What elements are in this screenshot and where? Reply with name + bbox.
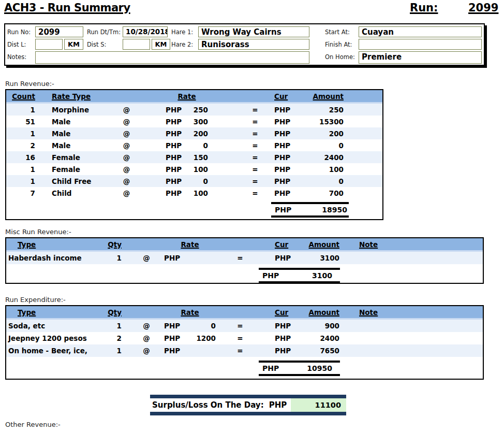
dist-l-field[interactable] [35,39,63,50]
cell-at: @ [117,141,136,150]
cell-rate-cur: PHP [166,189,190,197]
dist-s-unit: KM [152,39,170,50]
run-revenue-section-label: Run Revenue:- [5,80,54,88]
cell-eq: = [232,347,248,355]
run-dttm-label: Run Dt/Tm: [87,28,121,36]
cell-rate-cur: PHP [166,106,190,114]
cell-eq: = [247,165,263,174]
hare1-label: Hare 1: [171,28,193,36]
start-at-field[interactable]: Cuayan [359,26,482,37]
run-revenue-total: PHP 18950 [271,202,349,218]
total-cur: PHP [275,206,291,214]
run-no-field[interactable]: 2099 [35,26,83,37]
cell-amount: 250 [297,106,344,114]
cell-cur: PHP [274,141,297,150]
cell-rate-cur: PHP [164,334,190,342]
col-header-rate-type: Rate Type [52,92,117,100]
table-row[interactable]: Jeepney 1200 pesos 2 @ PHP 1200 = PHP 24… [6,332,483,344]
table-row[interactable]: 1 Morphine @ PHP 250 = PHP 250 [6,104,382,116]
col-header-rate: Rate [166,92,208,100]
cell-at: @ [117,153,136,162]
surplus-amount: 11100 [291,398,346,412]
table-row[interactable]: 51 Male @ PHP 300 = PHP 15300 [6,116,382,127]
expenditure-total: PHP 10950 [259,361,340,376]
cell-at: @ [117,177,136,185]
col-header-cur: Cur [275,308,298,316]
col-header-rate: Rate [164,240,216,249]
cell-qty: 2 [94,334,122,342]
col-header-amount: Amount [298,308,339,316]
hare2-label: Hare 2: [171,41,193,48]
cell-qty: 1 [94,322,122,330]
hare2-field[interactable]: Runisorass [198,39,309,50]
total-amount: 18950 [322,206,347,214]
cell-cur: PHP [274,129,297,138]
other-revenue-section-label: Other Revenue:- [5,421,61,428]
notes-field[interactable] [35,51,309,64]
expenditure-section-label: Run Expenditure:- [5,296,66,304]
total-cur: PHP [262,271,279,280]
cell-amount: 0 [297,177,344,185]
run-dttm-field[interactable]: 10/28/2018 [123,26,168,37]
cell-rate-cur: PHP [164,322,190,330]
on-home-label: On Home: [325,53,355,61]
table-row[interactable]: 2 Male @ PHP 0 = PHP 0 [6,139,382,151]
cell-qty: 1 [94,254,122,262]
total-cur: PHP [262,364,279,372]
cell-amount: 15300 [297,118,344,126]
run-header-box: Run No: 2099 Run Dt/Tm: 10/28/2018 Hare … [4,23,485,66]
run-revenue-header-row: Count Rate Type Rate Cur Amount [6,90,382,104]
cell-count: 2 [6,141,35,150]
cell-at: @ [134,347,159,355]
surplus-bar: Surplus/Loss On The Day: PHP 11100 [150,395,346,415]
cell-cur: PHP [275,347,298,355]
cell-type: Jeepney 1200 pesos [6,334,94,342]
col-header-cur: Cur [274,92,297,100]
cell-at: @ [134,322,159,330]
cell-rate: 0 [190,177,208,185]
col-header-note: Note [359,308,483,316]
finish-at-label: Finish At: [325,41,352,48]
notes-label: Notes: [7,53,26,61]
cell-type: On home - Beer, ice, [6,347,94,355]
table-row[interactable]: Soda, etc 1 @ PHP 0 = PHP 900 [6,320,483,332]
dist-s-label: Dist S: [87,41,106,48]
cell-rate-type: Female [52,165,117,174]
table-row[interactable]: Haberdash income 1 @ PHP = PHP 3100 [6,252,483,264]
table-row[interactable]: 7 Child @ PHP 100 = PHP 700 [6,187,382,199]
table-row[interactable]: On home - Beer, ice, 1 @ PHP = PHP 7650 [6,344,483,357]
run-revenue-table: Count Rate Type Rate Cur Amount 1 Morphi… [5,89,383,220]
finish-at-field[interactable] [359,39,482,50]
table-row[interactable]: 1 Female @ PHP 100 = PHP 100 [6,163,382,175]
cell-rate: 150 [190,153,208,162]
col-header-count: Count [6,92,35,100]
on-home-field[interactable]: Premiere [359,51,482,64]
cell-rate-cur: PHP [166,141,190,150]
cell-count: 16 [6,153,35,162]
surplus-cur: PHP [269,400,287,410]
run-no-label: Run No: [7,28,31,36]
cell-rate-cur: PHP [164,254,190,262]
table-row[interactable]: 16 Female @ PHP 150 = PHP 2400 [6,151,382,163]
col-header-rate: Rate [164,308,216,316]
cell-eq: = [247,118,263,126]
table-row[interactable]: 1 Male @ PHP 200 = PHP 200 [6,127,382,139]
cell-eq: = [232,322,248,330]
run-number-label: Run: [410,2,438,14]
cell-at: @ [117,118,136,126]
cell-eq: = [247,153,263,162]
cell-rate-cur: PHP [164,347,190,355]
cell-rate: 200 [190,129,208,138]
hare1-field[interactable]: Wrong Way Cairns [198,26,309,37]
table-row[interactable]: 1 Child Free @ PHP 0 = PHP 0 [6,175,382,187]
dist-s-field[interactable] [123,39,150,50]
cell-rate: 300 [190,118,208,126]
cell-cur: PHP [274,189,297,197]
cell-rate: 1200 [190,334,216,342]
cell-cur: PHP [274,153,297,162]
cell-at: @ [117,129,136,138]
cell-count: 7 [6,189,35,197]
col-header-type: Type [6,308,94,316]
cell-eq: = [232,254,248,262]
cell-rate-type: Child [52,189,117,197]
